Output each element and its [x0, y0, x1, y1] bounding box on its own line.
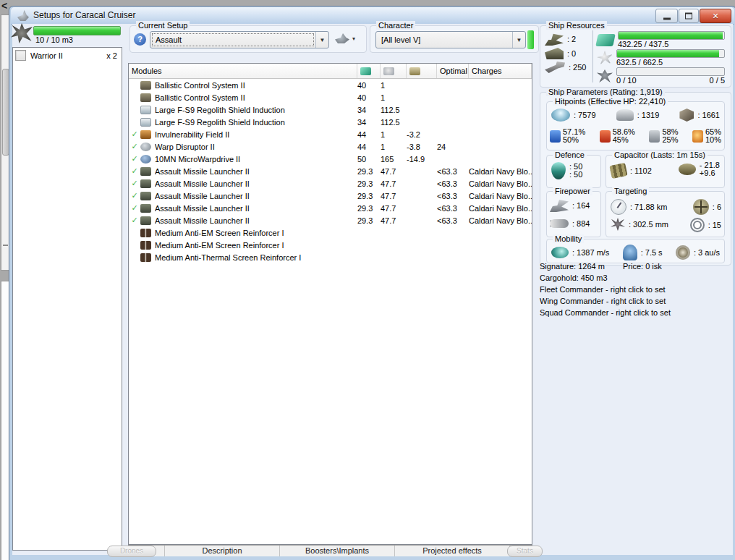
module-row[interactable]: ✓Assault Missile Launcher II29.347.7<63.… — [129, 190, 532, 202]
module-name: Assault Missile Launcher II — [155, 179, 357, 188]
wing-commander-text[interactable]: Wing Commander - right click to set — [540, 297, 666, 305]
module-row[interactable]: Large F-S9 Regolith Shield Induction3411… — [129, 103, 532, 116]
tab-boosters-implants[interactable]: Boosters\Implants — [280, 546, 395, 556]
module-type-icon — [140, 192, 151, 200]
kinetic-resist-icon — [649, 130, 660, 143]
modules-table-header[interactable]: Modules Optimal Charges — [129, 64, 532, 79]
module-row[interactable]: Ballistic Control System II401 — [129, 79, 532, 91]
scan-resolution: : 302.5 mm — [629, 220, 668, 229]
fleet-commander-text[interactable]: Fleet Commander - right click to set — [540, 285, 666, 294]
module-cpu: 34 — [357, 106, 381, 114]
thermal-resist-icon — [600, 130, 611, 143]
charges-column-header[interactable]: Charges — [469, 64, 532, 78]
module-pg: 47.7 — [381, 204, 407, 213]
close-button[interactable]: ✕ — [700, 9, 731, 23]
minimize-button[interactable] — [655, 9, 678, 23]
drone-active-checkbox[interactable] — [15, 50, 26, 61]
powergrid-icon — [597, 51, 613, 65]
module-row[interactable]: Medium Anti-EM Screen Reinforcer I — [129, 226, 532, 239]
powergrid-column-header[interactable] — [381, 64, 407, 78]
capacitor-column-header[interactable] — [407, 64, 437, 78]
module-charges: Caldari Navy Blo... — [469, 204, 532, 213]
targeting-label: Targeting — [612, 187, 649, 195]
module-row[interactable]: ✓Warp Disruptor II441-3.824 — [129, 140, 532, 153]
drone-list-item[interactable]: Warrior II x 2 — [13, 48, 122, 61]
module-row[interactable]: Medium Anti-Thermal Screen Reinforcer I — [129, 251, 532, 263]
module-charges: Caldari Navy Blo... — [469, 192, 532, 200]
module-cpu: 29.3 — [357, 167, 381, 176]
maximize-button[interactable] — [679, 9, 699, 23]
cpu-icon — [595, 34, 616, 46]
active-check-icon: ✓ — [129, 203, 140, 213]
module-type-icon — [140, 167, 151, 176]
module-type-icon — [140, 229, 151, 237]
chevron-down-icon[interactable]: ▼ — [315, 32, 328, 48]
active-check-icon: ✓ — [129, 179, 140, 188]
defence-shield-icon — [551, 162, 566, 179]
module-type-icon — [140, 204, 151, 213]
module-pg: 47.7 — [381, 179, 407, 188]
setup-select[interactable]: Assault ▼ — [150, 31, 329, 48]
collapse-chevron-icon[interactable]: < — [1, 0, 7, 12]
calibration-icon — [545, 61, 565, 73]
module-cpu: 40 — [357, 93, 381, 102]
tab-projected-effects[interactable]: Projected effects — [395, 546, 510, 556]
explosive-resist-icon — [692, 130, 703, 143]
launcher-hardpoints-icon — [545, 48, 564, 59]
module-row[interactable]: ✓Assault Missile Launcher II29.347.7<63.… — [129, 214, 532, 226]
turret-dps-icon — [550, 199, 569, 212]
active-check-icon: ✓ — [129, 216, 140, 225]
drone-list[interactable]: Warrior II x 2 — [12, 47, 122, 551]
setup-select-value: Assault — [152, 33, 314, 46]
module-row[interactable]: ✓10MN MicroWarpdrive II50165-14.9 — [129, 153, 532, 165]
kinetic-armor-resist: 25% — [662, 136, 678, 144]
missile-volley-icon — [550, 219, 569, 228]
hitpoints-label: Hitpoints (Effective HP: 22,410) — [553, 97, 668, 106]
module-pg: 47.7 — [381, 167, 407, 176]
module-row[interactable]: ✓Assault Missile Launcher II29.347.7<63.… — [129, 202, 532, 214]
module-row[interactable]: ✓Assault Missile Launcher II29.347.7<63.… — [129, 165, 532, 177]
module-type-icon — [140, 81, 151, 90]
module-charges: Caldari Navy Blo... — [469, 216, 532, 225]
module-optimal: <63.3 — [437, 204, 469, 213]
module-row[interactable]: Large F-S9 Regolith Shield Induction3411… — [129, 116, 532, 128]
turret-hardpoints-value: : 2 — [567, 35, 576, 43]
title-bar[interactable]: Setups for Caracal Cruiser — [11, 7, 734, 25]
current-setup-label: Current Setup — [136, 21, 190, 30]
warp-speed: : 3 au/s — [694, 248, 720, 257]
cpu-usage-bar — [618, 31, 725, 40]
drones-toggle-button[interactable]: Drones — [107, 546, 156, 557]
module-pg: 112.5 — [381, 118, 407, 127]
cpu-usage-text: 432.25 / 437.5 — [618, 40, 725, 48]
module-name: Ballistic Control System II — [155, 93, 357, 102]
module-pg: 112.5 — [381, 106, 407, 114]
max-velocity: : 1387 m/s — [572, 248, 609, 257]
window-client-area: 10 / 10 m3 Warrior II x 2 Current Setup … — [12, 24, 733, 555]
setups-window: Setups for Caracal Cruiser ✕ 10 / 10 m3 … — [9, 6, 735, 560]
tab-description[interactable]: Description — [165, 546, 280, 556]
cpu-column-header[interactable] — [357, 64, 381, 78]
drone-qty: x 2 — [106, 51, 117, 60]
targeting-range: : 71.88 km — [630, 203, 667, 211]
module-name: Invulnerability Field II — [155, 130, 357, 139]
module-cpu: 29.3 — [357, 216, 381, 225]
stats-toggle-button[interactable]: Stats — [507, 546, 543, 557]
module-cpu: 50 — [357, 155, 381, 164]
modules-column-header[interactable]: Modules — [129, 64, 357, 78]
module-row[interactable]: ✓Assault Missile Launcher II29.347.7<63.… — [129, 177, 532, 190]
module-cpu: 44 — [357, 130, 381, 139]
module-row[interactable]: ✓Invulnerability Field II441-3.2 — [129, 128, 532, 140]
module-pg: 47.7 — [381, 216, 407, 225]
module-type-icon — [140, 179, 151, 188]
powergrid-usage-text: 632.5 / 662.5 — [616, 58, 725, 67]
optimal-column-header[interactable]: Optimal — [437, 64, 469, 78]
module-row[interactable]: Ballistic Control System II401 — [129, 91, 532, 103]
module-pg: 165 — [381, 155, 407, 164]
ship-select-button[interactable]: ▾ — [335, 33, 355, 43]
squad-commander-text[interactable]: Squad Commander - right click to set — [540, 308, 671, 317]
chevron-down-icon[interactable]: ▼ — [512, 32, 525, 48]
module-name: Large F-S9 Regolith Shield Induction — [155, 118, 357, 127]
character-select[interactable]: [All level V] ▼ — [375, 31, 526, 48]
module-row[interactable]: Medium Anti-EM Screen Reinforcer I — [129, 239, 532, 251]
help-icon[interactable]: ? — [134, 33, 146, 46]
